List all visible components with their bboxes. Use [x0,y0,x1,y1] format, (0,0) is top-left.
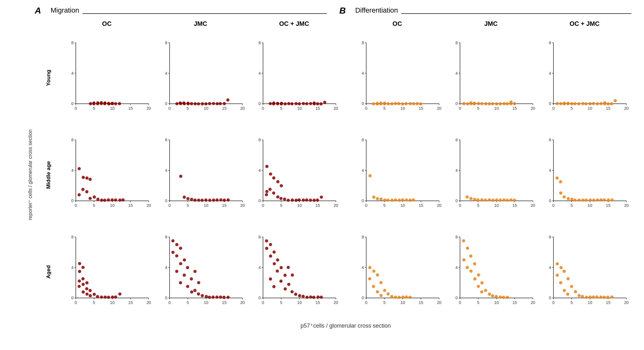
svg-point-353 [412,198,415,201]
svg-text:5: 5 [93,203,95,208]
row-label-young: Young [35,70,60,86]
svg-text:4: 4 [362,71,364,76]
svg-point-639 [563,270,566,273]
svg-point-486 [175,270,178,273]
chart-svg-mig-middle-ocjmc: 04805101520 [248,136,340,214]
svg-point-61 [212,102,215,105]
svg-point-319 [313,199,316,202]
main-content: reporter⁺ cells / glomerular cross secti… [25,29,631,320]
chart-diff-aged-jmc: 04805101520 [444,231,538,312]
chart-svg-mig-young-jmc: 04805101520 [155,38,246,117]
svg-text:4: 4 [71,71,74,76]
svg-point-376 [480,198,483,201]
svg-text:15: 15 [316,300,320,305]
svg-point-31 [107,102,110,105]
svg-point-459 [118,292,122,295]
svg-point-352 [408,199,412,202]
svg-text:0: 0 [365,106,367,111]
svg-point-503 [197,281,200,284]
svg-text:15: 15 [419,300,423,305]
svg-point-214 [567,102,570,105]
svg-point-309 [276,195,279,198]
svg-text:4: 4 [549,71,551,76]
svg-point-273 [193,198,196,201]
svg-point-176 [473,102,476,105]
svg-text:4: 4 [165,71,167,76]
svg-point-640 [556,273,559,277]
svg-point-606 [469,269,473,272]
svg-point-91 [284,102,287,106]
col-header-4: JMC [444,18,538,29]
svg-text:0: 0 [455,295,457,300]
svg-point-481 [171,251,175,254]
svg-point-648 [581,295,584,298]
chart-mig-aged-jmc: 04805101520 [154,231,247,312]
svg-point-440 [81,265,85,269]
svg-point-136 [412,102,415,105]
svg-point-655 [606,295,610,299]
svg-point-26 [118,102,121,105]
svg-point-493 [197,292,200,295]
row-middle: Middle age 04805101520 04805101520 04805… [35,126,631,224]
svg-point-133 [401,102,404,106]
svg-point-63 [218,102,222,105]
svg-point-600 [462,239,465,242]
row-label-aged: Aged [35,265,60,279]
chart-diff-middle-oc: 04805101520 [350,134,444,215]
svg-text:10: 10 [494,203,498,208]
svg-text:0: 0 [259,198,261,203]
row-aged: Aged 04805101520 04805101520 04805101520 [35,223,631,320]
svg-text:8: 8 [362,137,364,142]
svg-text:10: 10 [588,203,592,208]
svg-point-525 [273,250,276,254]
svg-point-250 [122,198,125,201]
svg-point-238 [81,188,85,191]
svg-point-55 [190,102,193,105]
svg-point-318 [309,199,312,202]
svg-text:5: 5 [383,106,385,111]
svg-text:10: 10 [588,300,592,305]
svg-point-93 [290,102,294,105]
svg-point-570 [379,281,383,284]
svg-point-578 [397,295,401,299]
svg-text:4: 4 [362,265,364,270]
chart-mig-middle-jmc: 04805101520 [154,134,247,215]
svg-point-207 [596,102,599,105]
svg-text:15: 15 [512,203,517,208]
svg-text:8: 8 [71,40,74,45]
svg-point-604 [473,262,476,265]
svg-point-347 [391,199,394,202]
svg-point-168 [491,102,494,105]
chart-mig-middle-oc: 04805101520 [60,134,154,215]
svg-point-499 [219,295,222,299]
svg-text:4: 4 [362,168,364,172]
svg-text:0: 0 [549,295,551,300]
svg-point-383 [506,199,509,202]
svg-point-458 [114,295,117,298]
svg-point-210 [607,102,610,106]
svg-point-408 [570,198,574,201]
diff-young-charts: 04805101520 04805101520 04805101520 [350,37,631,118]
svg-text:4: 4 [259,71,261,76]
svg-text:4: 4 [71,265,74,270]
svg-point-455 [104,295,107,299]
svg-point-485 [186,266,189,269]
chart-svg-diff-aged-ocjmc: 04805101520 [539,233,630,311]
svg-point-165 [480,102,483,105]
section-a-label: A Migration [35,6,79,15]
svg-point-312 [287,199,290,202]
svg-point-576 [390,295,393,298]
svg-point-483 [183,258,186,261]
svg-point-348 [394,198,397,201]
chart-mig-young-jmc: 04805101520 [154,37,247,118]
svg-point-532 [269,277,272,280]
svg-point-656 [611,295,614,298]
svg-point-449 [82,290,85,294]
svg-text:8: 8 [455,40,457,45]
chart-svg-diff-aged-oc: 04805101520 [352,233,443,311]
svg-point-161 [466,102,469,106]
svg-point-175 [469,101,472,104]
svg-text:4: 4 [71,168,74,172]
svg-point-382 [502,198,505,201]
svg-text:20: 20 [334,300,338,305]
